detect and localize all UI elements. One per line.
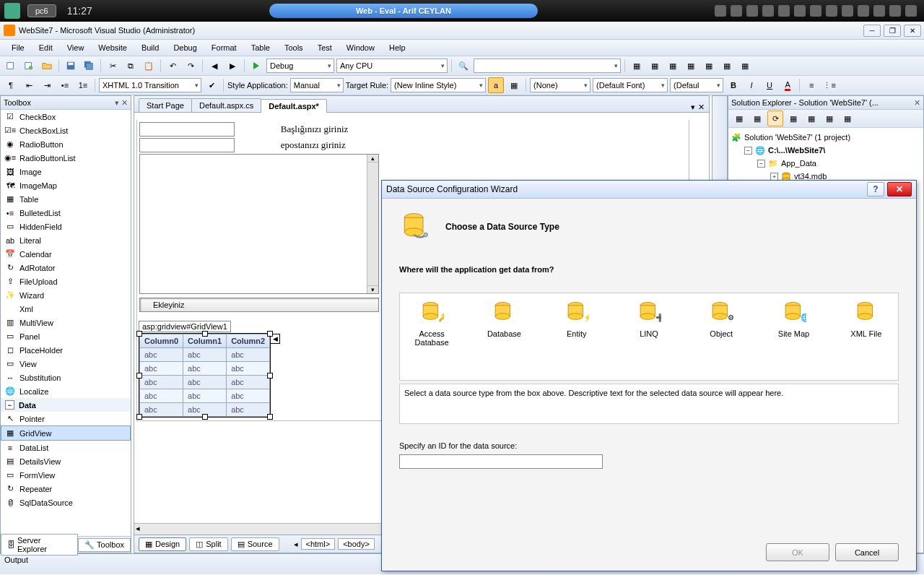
tab-start-page[interactable]: Start Page — [139, 98, 192, 112]
doctype-combo[interactable]: XHTML 1.0 Transition — [99, 78, 201, 92]
ds-option-entity[interactable]: ⚡Entity — [552, 301, 601, 338]
tab-default-cs[interactable]: Default.aspx.cs — [191, 98, 261, 112]
minimize-button[interactable]: ─ — [863, 25, 881, 37]
formatting-toolbar[interactable]: ¶ ⇤ ⇥ •≡ 1≡ XHTML 1.0 Transition ✔ Style… — [0, 76, 924, 95]
datasource-options[interactable]: 🔑Access DatabaseDatabase⚡Entity➕LINQ⚙Obj… — [399, 293, 899, 381]
tab-default-aspx[interactable]: Default.aspx* — [261, 99, 327, 113]
css-class-combo[interactable]: (None) — [530, 78, 590, 92]
start-debug-icon[interactable] — [248, 58, 264, 74]
document-tabs[interactable]: Start Page Default.aspx.cs Default.aspx*… — [134, 96, 709, 113]
tree-project[interactable]: −🌐C:\...\WebSite7\ — [731, 144, 920, 157]
toolbox-item-formview[interactable]: ▭FormView — [1, 468, 131, 482]
menu-format[interactable]: Format — [204, 42, 244, 53]
outdent-icon[interactable]: ⇤ — [21, 77, 37, 93]
fontcolor-icon[interactable]: A — [780, 77, 796, 93]
toolbox-item-panel[interactable]: ▭Panel — [1, 329, 131, 343]
solex-refresh-icon[interactable]: ⟳ — [767, 111, 783, 126]
toolbox-item-image[interactable]: 🖼Image — [1, 165, 131, 178]
ext5-icon[interactable]: ▦ — [701, 58, 717, 74]
solex-view-icon[interactable]: ▦ — [803, 111, 819, 126]
align-left-icon[interactable]: ≡ — [803, 77, 819, 93]
menu-build[interactable]: Build — [134, 42, 166, 53]
gridview-control[interactable]: asp:gridview#GridView1 ◀ Column0Column1C… — [139, 333, 271, 418]
save-icon[interactable] — [63, 58, 79, 74]
css-tool1-icon[interactable]: a — [488, 77, 504, 93]
config-combo[interactable]: Debug — [266, 59, 334, 73]
ext4-icon[interactable]: ▦ — [683, 58, 699, 74]
redo-icon[interactable]: ↷ — [183, 58, 199, 74]
toolbox-item-datalist[interactable]: ≡DataList — [1, 441, 131, 454]
styleapp-combo[interactable]: Manual — [290, 78, 344, 92]
menu-view[interactable]: View — [60, 42, 92, 53]
toolbox-item-placeholder[interactable]: ◻PlaceHolder — [1, 343, 131, 357]
ds-option-linq[interactable]: ➕LINQ — [624, 301, 674, 338]
toolbox-item-calendar[interactable]: 📅Calendar — [1, 247, 131, 261]
menu-window[interactable]: Window — [339, 42, 382, 53]
toolbox-item-imagemap[interactable]: 🗺ImageMap — [1, 178, 131, 192]
list-ul-icon[interactable]: •≡ — [57, 77, 73, 93]
tree-solution[interactable]: 🧩Solution 'WebSite7' (1 project) — [731, 131, 920, 144]
toolbox-item-checkboxlist[interactable]: ☑≡CheckBoxList — [1, 124, 131, 137]
standard-toolbar[interactable]: ✂ ⧉ 📋 ↶ ↷ ◀ ▶ Debug Any CPU 🔍 ▦ ▦ ▦ ▦ ▦ … — [0, 56, 924, 76]
menu-help[interactable]: Help — [382, 42, 413, 53]
fontsize-combo[interactable]: (Defaul — [670, 78, 723, 92]
targetrule-combo[interactable]: (New Inline Style) — [391, 78, 486, 92]
ext6-icon[interactable]: ▦ — [719, 58, 735, 74]
cancel-button[interactable]: Cancel — [835, 543, 899, 561]
dialog-help-button[interactable]: ? — [867, 182, 884, 196]
solex-copy-icon[interactable]: ▦ — [821, 111, 837, 126]
solex-nest-icon[interactable]: ▦ — [785, 111, 801, 126]
toolbox-item-pointer[interactable]: ↖Pointer — [1, 412, 131, 425]
toolbox-item-detailsview[interactable]: ▤DetailsView — [1, 454, 131, 468]
menu-debug[interactable]: Debug — [166, 42, 204, 53]
block-fmt-icon[interactable]: ¶ — [3, 77, 19, 93]
close-button[interactable]: ✕ — [904, 25, 921, 37]
toolbox-item-sqldatasource[interactable]: 🛢SqlDataSource — [1, 496, 131, 509]
user-icon[interactable] — [4, 3, 20, 19]
host-button[interactable]: pc6 — [27, 4, 56, 17]
toolbox-tab[interactable]: 🔧 Toolbox — [78, 538, 131, 552]
ext3-icon[interactable]: ▦ — [665, 58, 681, 74]
crumb-body[interactable]: <body> — [338, 538, 375, 550]
solex-config-icon[interactable]: ▦ — [840, 111, 855, 126]
toolbox-item-radiobutton[interactable]: ◉RadioButton — [1, 137, 131, 151]
menu-website[interactable]: Website — [91, 42, 134, 53]
solex-showall-icon[interactable]: ▦ — [749, 111, 765, 126]
submit-button[interactable]: Ekleyiniz — [139, 298, 379, 312]
ds-option-object[interactable]: ⚙Object — [697, 301, 746, 338]
ds-option-access-database[interactable]: 🔑Access Database — [407, 301, 456, 347]
ds-option-xml-file[interactable]: XML File — [842, 301, 891, 338]
menu-edit[interactable]: Edit — [32, 42, 60, 53]
toolbox-item-radiobuttonlist[interactable]: ◉≡RadioButtonList — [1, 151, 131, 165]
view-split[interactable]: ◫ Split — [189, 537, 227, 551]
toolbox-item-fileupload[interactable]: ⇪FileUpload — [1, 274, 131, 288]
underline-icon[interactable]: U — [762, 77, 777, 93]
nav-back-icon[interactable]: ◀ — [206, 58, 222, 74]
system-tray[interactable] — [715, 5, 917, 17]
ext1-icon[interactable]: ▦ — [629, 58, 645, 74]
ds-option-database[interactable]: Database — [479, 301, 528, 338]
paste-icon[interactable]: 📋 — [141, 58, 157, 74]
toolbox-item-checkbox[interactable]: ☑CheckBox — [1, 110, 131, 124]
toolbox-item-substitution[interactable]: ↔Substitution — [1, 371, 131, 384]
toolbox-item-repeater[interactable]: ↻Repeater — [1, 482, 131, 496]
toolbox-item-bulletedlist[interactable]: •≡BulletedList — [1, 206, 131, 220]
indent-icon[interactable]: ⇥ — [39, 77, 55, 93]
dialog-close-button[interactable]: ✕ — [887, 182, 912, 196]
title-input[interactable] — [139, 122, 235, 137]
css-tool2-icon[interactable]: ▦ — [506, 77, 522, 93]
new-project-icon[interactable] — [3, 58, 19, 74]
maximize-button[interactable]: ❐ — [884, 25, 901, 37]
datasource-id-input[interactable] — [399, 454, 603, 469]
toolbox-item-literal[interactable]: abLiteral — [1, 233, 131, 247]
platform-combo[interactable]: Any CPU — [336, 59, 448, 73]
italic-icon[interactable]: I — [744, 77, 759, 93]
toolbox-item-table[interactable]: ▦Table — [1, 192, 131, 206]
toolbox-item-localize[interactable]: 🌐Localize — [1, 384, 131, 398]
menu-test[interactable]: Test — [310, 42, 339, 53]
save-all-icon[interactable] — [81, 58, 97, 74]
tree-appdata[interactable]: −📁App_Data — [731, 157, 920, 170]
solex-properties-icon[interactable]: ▦ — [731, 111, 747, 126]
find-icon[interactable]: 🔍 — [456, 58, 471, 74]
list-ol-icon[interactable]: 1≡ — [75, 77, 91, 93]
